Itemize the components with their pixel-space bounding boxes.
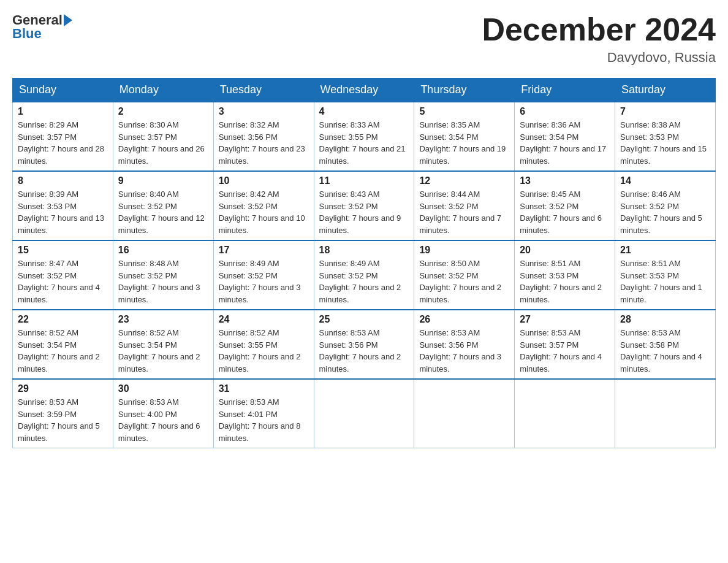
day-info: Sunrise: 8:39 AMSunset: 3:53 PMDaylight:… xyxy=(18,188,108,236)
calendar-cell: 31Sunrise: 8:53 AMSunset: 4:01 PMDayligh… xyxy=(213,379,314,448)
day-info: Sunrise: 8:46 AMSunset: 3:52 PMDaylight:… xyxy=(620,188,710,236)
calendar-cell: 28Sunrise: 8:53 AMSunset: 3:58 PMDayligh… xyxy=(615,310,716,379)
calendar-cell xyxy=(615,379,716,448)
day-info: Sunrise: 8:45 AMSunset: 3:52 PMDaylight:… xyxy=(520,188,610,236)
day-number: 10 xyxy=(219,175,309,186)
calendar-cell: 5Sunrise: 8:35 AMSunset: 3:54 PMDaylight… xyxy=(414,102,515,171)
day-number: 23 xyxy=(118,314,208,325)
day-info: Sunrise: 8:33 AMSunset: 3:55 PMDaylight:… xyxy=(319,119,409,167)
calendar-cell: 11Sunrise: 8:43 AMSunset: 3:52 PMDayligh… xyxy=(314,171,414,240)
day-info: Sunrise: 8:43 AMSunset: 3:52 PMDaylight:… xyxy=(319,188,409,236)
calendar-cell: 12Sunrise: 8:44 AMSunset: 3:52 PMDayligh… xyxy=(414,171,515,240)
day-info: Sunrise: 8:52 AMSunset: 3:54 PMDaylight:… xyxy=(18,327,108,375)
day-info: Sunrise: 8:35 AMSunset: 3:54 PMDaylight:… xyxy=(419,119,509,167)
day-info: Sunrise: 8:53 AMSunset: 4:00 PMDaylight:… xyxy=(118,396,208,444)
calendar-cell: 15Sunrise: 8:47 AMSunset: 3:52 PMDayligh… xyxy=(13,240,113,310)
day-info: Sunrise: 8:53 AMSunset: 3:56 PMDaylight:… xyxy=(419,327,509,375)
day-number: 4 xyxy=(319,106,409,117)
logo: General Blue xyxy=(12,12,74,42)
calendar-header-monday: Monday xyxy=(113,79,213,102)
calendar-cell: 3Sunrise: 8:32 AMSunset: 3:56 PMDaylight… xyxy=(213,102,314,171)
calendar-cell: 16Sunrise: 8:48 AMSunset: 3:52 PMDayligh… xyxy=(113,240,213,310)
day-number: 16 xyxy=(118,245,208,256)
day-info: Sunrise: 8:53 AMSunset: 3:58 PMDaylight:… xyxy=(620,327,710,375)
day-number: 14 xyxy=(620,175,710,186)
day-number: 5 xyxy=(419,106,509,117)
calendar-cell: 4Sunrise: 8:33 AMSunset: 3:55 PMDaylight… xyxy=(314,102,414,171)
calendar-cell: 17Sunrise: 8:49 AMSunset: 3:52 PMDayligh… xyxy=(213,240,314,310)
day-number: 18 xyxy=(319,245,409,256)
calendar-cell: 9Sunrise: 8:40 AMSunset: 3:52 PMDaylight… xyxy=(113,171,213,240)
calendar-header-thursday: Thursday xyxy=(414,79,515,102)
calendar-cell: 23Sunrise: 8:52 AMSunset: 3:54 PMDayligh… xyxy=(113,310,213,379)
day-info: Sunrise: 8:50 AMSunset: 3:52 PMDaylight:… xyxy=(419,258,509,305)
day-number: 3 xyxy=(219,106,309,117)
calendar-cell xyxy=(314,379,414,448)
day-number: 2 xyxy=(118,106,208,117)
title-area: December 2024 Davydovo, Russia xyxy=(482,12,716,66)
day-info: Sunrise: 8:53 AMSunset: 3:59 PMDaylight:… xyxy=(18,396,108,444)
day-number: 12 xyxy=(419,175,509,186)
day-number: 1 xyxy=(18,106,108,117)
day-info: Sunrise: 8:53 AMSunset: 3:56 PMDaylight:… xyxy=(319,327,409,375)
calendar-header-friday: Friday xyxy=(515,79,615,102)
day-number: 17 xyxy=(219,245,309,256)
calendar-week-row: 29Sunrise: 8:53 AMSunset: 3:59 PMDayligh… xyxy=(13,379,716,448)
location: Davydovo, Russia xyxy=(482,50,716,66)
calendar-cell: 26Sunrise: 8:53 AMSunset: 3:56 PMDayligh… xyxy=(414,310,515,379)
calendar-header-row: SundayMondayTuesdayWednesdayThursdayFrid… xyxy=(13,79,716,102)
calendar-cell xyxy=(515,379,615,448)
calendar-cell: 22Sunrise: 8:52 AMSunset: 3:54 PMDayligh… xyxy=(13,310,113,379)
day-number: 31 xyxy=(219,383,309,394)
calendar-cell: 21Sunrise: 8:51 AMSunset: 3:53 PMDayligh… xyxy=(615,240,716,310)
calendar-cell: 14Sunrise: 8:46 AMSunset: 3:52 PMDayligh… xyxy=(615,171,716,240)
day-info: Sunrise: 8:29 AMSunset: 3:57 PMDaylight:… xyxy=(18,119,108,167)
calendar-cell: 29Sunrise: 8:53 AMSunset: 3:59 PMDayligh… xyxy=(13,379,113,448)
day-info: Sunrise: 8:40 AMSunset: 3:52 PMDaylight:… xyxy=(118,188,208,236)
day-number: 19 xyxy=(419,245,509,256)
calendar-cell: 18Sunrise: 8:49 AMSunset: 3:52 PMDayligh… xyxy=(314,240,414,310)
day-number: 7 xyxy=(620,106,710,117)
calendar-header-sunday: Sunday xyxy=(13,79,113,102)
day-number: 8 xyxy=(18,175,108,186)
day-info: Sunrise: 8:47 AMSunset: 3:52 PMDaylight:… xyxy=(18,258,108,305)
calendar-cell: 27Sunrise: 8:53 AMSunset: 3:57 PMDayligh… xyxy=(515,310,615,379)
day-info: Sunrise: 8:53 AMSunset: 3:57 PMDaylight:… xyxy=(520,327,610,375)
day-number: 22 xyxy=(18,314,108,325)
day-number: 24 xyxy=(219,314,309,325)
day-number: 9 xyxy=(118,175,208,186)
day-info: Sunrise: 8:52 AMSunset: 3:55 PMDaylight:… xyxy=(219,327,309,375)
calendar-cell xyxy=(414,379,515,448)
calendar-cell: 30Sunrise: 8:53 AMSunset: 4:00 PMDayligh… xyxy=(113,379,213,448)
page-header: General Blue December 2024 Davydovo, Rus… xyxy=(12,12,716,66)
day-number: 13 xyxy=(520,175,610,186)
calendar-cell: 13Sunrise: 8:45 AMSunset: 3:52 PMDayligh… xyxy=(515,171,615,240)
calendar-header-saturday: Saturday xyxy=(615,79,716,102)
day-number: 21 xyxy=(620,245,710,256)
calendar-cell: 20Sunrise: 8:51 AMSunset: 3:53 PMDayligh… xyxy=(515,240,615,310)
day-info: Sunrise: 8:38 AMSunset: 3:53 PMDaylight:… xyxy=(620,119,710,167)
day-number: 15 xyxy=(18,245,108,256)
calendar-cell: 1Sunrise: 8:29 AMSunset: 3:57 PMDaylight… xyxy=(13,102,113,171)
calendar-cell: 19Sunrise: 8:50 AMSunset: 3:52 PMDayligh… xyxy=(414,240,515,310)
calendar-cell: 2Sunrise: 8:30 AMSunset: 3:57 PMDaylight… xyxy=(113,102,213,171)
day-info: Sunrise: 8:32 AMSunset: 3:56 PMDaylight:… xyxy=(219,119,309,167)
calendar-week-row: 15Sunrise: 8:47 AMSunset: 3:52 PMDayligh… xyxy=(13,240,716,310)
calendar-week-row: 1Sunrise: 8:29 AMSunset: 3:57 PMDaylight… xyxy=(13,102,716,171)
calendar-week-row: 22Sunrise: 8:52 AMSunset: 3:54 PMDayligh… xyxy=(13,310,716,379)
calendar-cell: 25Sunrise: 8:53 AMSunset: 3:56 PMDayligh… xyxy=(314,310,414,379)
day-number: 11 xyxy=(319,175,409,186)
calendar-cell: 24Sunrise: 8:52 AMSunset: 3:55 PMDayligh… xyxy=(213,310,314,379)
day-info: Sunrise: 8:51 AMSunset: 3:53 PMDaylight:… xyxy=(520,258,610,305)
calendar-header-tuesday: Tuesday xyxy=(213,79,314,102)
day-number: 29 xyxy=(18,383,108,394)
day-info: Sunrise: 8:49 AMSunset: 3:52 PMDaylight:… xyxy=(219,258,309,305)
day-info: Sunrise: 8:51 AMSunset: 3:53 PMDaylight:… xyxy=(620,258,710,305)
calendar-cell: 7Sunrise: 8:38 AMSunset: 3:53 PMDaylight… xyxy=(615,102,716,171)
day-number: 27 xyxy=(520,314,610,325)
calendar-table: SundayMondayTuesdayWednesdayThursdayFrid… xyxy=(12,78,716,448)
logo-blue: Blue xyxy=(12,26,42,42)
day-number: 25 xyxy=(319,314,409,325)
calendar-cell: 6Sunrise: 8:36 AMSunset: 3:54 PMDaylight… xyxy=(515,102,615,171)
day-info: Sunrise: 8:42 AMSunset: 3:52 PMDaylight:… xyxy=(219,188,309,236)
